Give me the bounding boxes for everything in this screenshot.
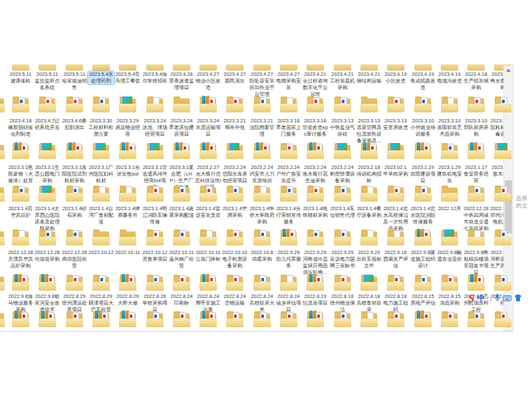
folder-item-label: 2023.02.1牛羊肉采购: [382, 164, 409, 178]
folder-icon: [280, 311, 297, 327]
folder-icon-clipped-top[interactable]: [226, 65, 243, 70]
ime-toolbar[interactable]: S 中 ·,: [468, 291, 522, 305]
folder-item-label: 2023.3.10洛阳软装艺术品采购: [436, 118, 463, 138]
folder-item-label: 2022.10.8供暖采购: [249, 249, 275, 263]
folder-item-label: 2023.2.24鹤壁除雪设备采购: [329, 164, 356, 184]
folder-icon: [12, 96, 29, 112]
folder-icon-clipped-top[interactable]: [200, 65, 217, 70]
folder-item-label: 2022.10.11公寓门牌标: [195, 249, 221, 263]
folder-item-label: 2023.4.21全过程咨询数字化平台运维: [302, 71, 329, 98]
folder-icon-clipped-top[interactable]: [441, 65, 458, 70]
folder-icon: [173, 275, 190, 291]
folder-icon: [360, 143, 378, 159]
folder-icon: [39, 311, 56, 327]
folder-icon: [414, 143, 432, 159]
clipped-folder-icon: [0, 143, 5, 159]
folder-icon: [200, 311, 217, 327]
folder-icon: [307, 229, 324, 245]
folder-icon: [226, 186, 243, 201]
folder-icon: [146, 311, 164, 327]
folder-item-label: 2023.2.24户外广告安装提升: [275, 164, 302, 184]
folder-icon: [467, 311, 485, 327]
folder-item-label: 2023.4.27物业小区改造: [195, 71, 221, 91]
folder-item-label: 2022.8.24货物运输: [221, 293, 248, 307]
folder-item-label-selected: 2023.5.4水处理药剂: [88, 71, 114, 84]
folder-icon: [119, 311, 136, 327]
folder-icon-clipped-top[interactable]: [307, 65, 324, 70]
folder-icon: [66, 229, 83, 245]
folder-icon-clipped-top[interactable]: [39, 65, 56, 70]
folder-icon: [280, 275, 297, 291]
folder-item-label: 2022.8.29徐州清运处置项目: [61, 293, 88, 313]
folder-icon-clipped-top[interactable]: [12, 65, 29, 70]
folder-icon: [414, 186, 432, 201]
folder-icon: [92, 275, 110, 291]
folder-icon-clipped-top[interactable]: [387, 65, 404, 70]
folder-item-label: 2022.10-11: [114, 249, 141, 256]
folder-item-label: 2022.12.28廊坊医院租赁: [61, 249, 88, 269]
folder-icon-clipped-top[interactable]: [173, 65, 190, 70]
folder-item-label: 2023.3.16养老居家上门服务: [275, 118, 302, 138]
folder-icon: [146, 186, 164, 201]
folder-icon: [173, 143, 190, 159]
folder-icon: [12, 143, 29, 159]
tooltip-line-1: 选择: [516, 195, 527, 202]
folder-icon: [119, 229, 136, 245]
folder-icon-clipped-top[interactable]: [119, 65, 136, 70]
skin-shirt-icon[interactable]: [514, 295, 522, 301]
folder-icon: [360, 96, 378, 112]
ime-language-toggle[interactable]: 中: [477, 293, 484, 303]
folder-icon: [200, 96, 217, 112]
folder-icon: [467, 229, 485, 245]
folder-icon: [39, 186, 56, 201]
folder-item-label: 2022.8.29大桥大修: [114, 293, 141, 307]
folder-icon-clipped-top[interactable]: [66, 65, 83, 70]
folder-item-label: 2023.1.4蔬菜采购配送: [168, 205, 195, 219]
folder-icon-clipped-top[interactable]: [334, 65, 351, 70]
sogou-logo-icon[interactable]: S: [468, 293, 474, 304]
folder-item-label: 2023.4.19集成线路改造: [410, 71, 436, 91]
folder-icon-clipped-top[interactable]: [414, 65, 432, 70]
folder-item-label: 2022.12.28中铁四局城市轨道交通七号线采购: [463, 205, 489, 232]
ime-punctuation-icon[interactable]: ·,: [487, 295, 492, 301]
folder-item-label: 2022.12.28天津真空共晶炉采购: [7, 249, 34, 269]
folder-icon: [66, 96, 83, 112]
folder-item-label: 2023.1.29建筑机电安装: [436, 164, 463, 184]
folder-icon: [441, 311, 458, 327]
folder-item-label: 2023.3.13安置房改造: [382, 118, 409, 131]
folder-icon: [200, 229, 217, 245]
folder-icon-clipped-top[interactable]: [146, 65, 164, 70]
folder-item-label: 2023.4.27防坠器安装拆卸作业平台管理: [249, 71, 275, 98]
folder-icon: [119, 96, 136, 112]
folder-icon-clipped-top[interactable]: [253, 65, 271, 70]
folder-icon: [146, 275, 164, 291]
folder-item-label: 2023.4.27惠民演出: [221, 71, 248, 84]
folder-icon: [441, 96, 458, 112]
folder-item-label: 2023.2.18培训机构招标: [356, 164, 382, 184]
folder-icon: [66, 143, 83, 159]
desktop-stage: 2023.5.11健康体检2023.5.11监控监听点名系统2023.5.11哈…: [0, 0, 532, 399]
folder-icon-clipped-top[interactable]: [467, 65, 485, 70]
folder-icon: [280, 96, 297, 112]
folder-icon: [253, 143, 271, 159]
scroll-up-arrow-icon[interactable]: [504, 66, 513, 74]
folder-icon: [39, 229, 56, 245]
folder-item-label: 2023.4.21钢结构运输: [356, 71, 382, 84]
microphone-icon[interactable]: [495, 294, 500, 302]
folder-icon: [441, 275, 458, 291]
folder-item-label: 2023.4.27电梯采购安装: [275, 71, 302, 91]
folder-icon: [334, 311, 351, 327]
folder-icon: [39, 275, 56, 291]
folder-item-label: 2023.1.4雷达安装支架: [195, 205, 221, 219]
folder-icon-clipped-top[interactable]: [360, 65, 378, 70]
folder-icon: [92, 143, 110, 159]
folder-icon-clipped-top[interactable]: [280, 65, 297, 70]
folder-item-label: 2023.3.16管道改造epc审计服务: [302, 118, 329, 138]
folder-item-label: 2023.3.13温泉管网及恒温加热设备采购及...: [356, 118, 382, 144]
folder-item-label: 2022.9.29富达电力国网三家标书: [329, 249, 356, 269]
folder-icon: [146, 96, 164, 112]
folder-icon: [360, 229, 378, 245]
keyboard-icon[interactable]: [503, 295, 511, 301]
folder-icon-clipped-top[interactable]: [92, 65, 110, 70]
folder-icon: [253, 311, 271, 327]
